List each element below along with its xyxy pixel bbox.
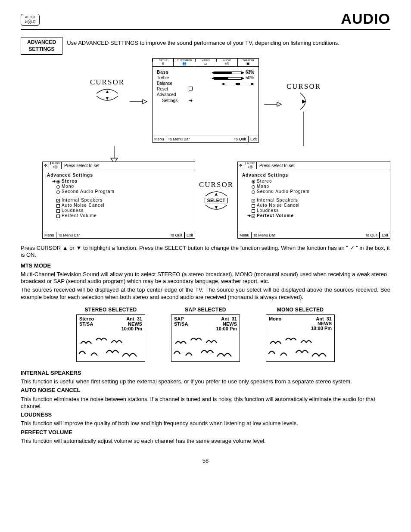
select-button: SELECT bbox=[205, 198, 228, 203]
adv-option: Loudness bbox=[247, 208, 386, 213]
arrow-right-icon: ➔ bbox=[189, 98, 193, 103]
checkbox-icon: ✓ bbox=[252, 199, 255, 202]
checkbox-icon bbox=[252, 204, 255, 208]
audio-header-icon: AUDIO ♪◎♫ bbox=[21, 14, 40, 26]
advanced-settings-box: ADVANCED SETTINGS bbox=[21, 37, 62, 55]
svg-text:▲: ▲ bbox=[214, 191, 219, 196]
mts-mode-heading: MTS MODE bbox=[21, 262, 390, 269]
adv-option: Mono bbox=[247, 184, 386, 189]
line-down-icon bbox=[303, 112, 304, 146]
svg-text:▶: ▶ bbox=[302, 98, 306, 104]
menu-footer: Menu To Menu Bar To Quit Exit bbox=[238, 232, 390, 238]
adv-option: ✓Internal Speakers bbox=[52, 198, 190, 202]
mts-paragraph-2: The sources received will be displayed a… bbox=[21, 286, 390, 301]
page-title: AUDIO bbox=[341, 10, 390, 27]
note-knob-icon: ♪◎♫ bbox=[24, 19, 36, 24]
cross-pad-icon: ✥ bbox=[238, 162, 244, 168]
mono-example-screen: MonoAnt 31 NEWS 10:00 Pm bbox=[266, 314, 335, 362]
radio-icon bbox=[252, 180, 255, 184]
perfect-volume-text: This function will automatically adjust … bbox=[21, 438, 390, 445]
adv-option: ➔✓Perfect Volume bbox=[247, 213, 386, 218]
tab-audio: AUDIO♪◎ bbox=[216, 59, 237, 67]
auto-noise-cancel-heading: AUTO NOISE CANCEL bbox=[21, 387, 390, 394]
adv-option: Auto Noise Cancel bbox=[247, 203, 386, 208]
internal-speakers-text: This function is useful when first setti… bbox=[21, 378, 390, 385]
eyelid-down-icon: ▼ bbox=[205, 204, 228, 211]
audio-tab-icon: AUDIO♪◎ bbox=[49, 162, 62, 169]
menu-footer: Menu To Menu Bar To Quit Exit bbox=[43, 232, 195, 238]
loudness-text: This function will improve the quality o… bbox=[21, 420, 390, 427]
cross-pad-icon: ✥ bbox=[43, 162, 49, 168]
checkbox-icon bbox=[56, 215, 60, 218]
radio-icon bbox=[252, 185, 255, 189]
cursor-label: CURSOR bbox=[286, 82, 321, 91]
menu-bass: Bass bbox=[157, 69, 189, 75]
internal-speakers-heading: INTERNAL SPEAKERS bbox=[21, 370, 390, 376]
svg-marker-3 bbox=[143, 100, 147, 104]
arrow-down-icon bbox=[109, 146, 119, 163]
checkbox-icon bbox=[56, 209, 60, 213]
radio-icon bbox=[252, 190, 255, 194]
advanced-settings-right-box: ✥ AUDIO♪◎ Press select to set Advanced S… bbox=[237, 162, 390, 239]
mts-paragraph-1: Multi-Channel Television Sound will allo… bbox=[21, 271, 390, 285]
cursor-right-block: CURSOR ▶ bbox=[286, 82, 321, 146]
svg-text:▼: ▼ bbox=[105, 96, 110, 101]
adv-option: Second Audio Program bbox=[247, 189, 386, 194]
eyelid-right-icon: ▶ bbox=[298, 92, 309, 111]
arrow-right-icon bbox=[264, 101, 281, 107]
birds-illustration-icon bbox=[77, 335, 145, 361]
birds-illustration-icon bbox=[171, 335, 240, 361]
press-select-prompt: Press select to set bbox=[62, 163, 195, 168]
birds-illustration-icon bbox=[266, 335, 334, 361]
cursor-instructions: Press CURSOR ▲ or ▼ to highlight a funct… bbox=[21, 245, 390, 259]
adv-option: ✓Internal Speakers bbox=[247, 198, 386, 202]
cursor-label: CURSOR bbox=[199, 180, 234, 189]
audio-tab-icon: AUDIO♪◎ bbox=[244, 162, 257, 169]
adv-option: Mono bbox=[52, 184, 190, 189]
mono-selected-title: MONO SELECTED bbox=[277, 307, 324, 313]
cursor-up-down-block: CURSOR ▲ ▼ bbox=[90, 78, 125, 102]
press-select-prompt: Press select to set bbox=[257, 163, 390, 168]
checkbox-icon bbox=[56, 204, 60, 208]
auto-noise-cancel-text: This function eliminates the noise betwe… bbox=[21, 396, 390, 410]
tab-customize: CUSTOMIZE👥 bbox=[174, 59, 195, 67]
eyelid-up-icon: ▲ bbox=[96, 87, 119, 94]
perfect-volume-heading: PERFECT VOLUME bbox=[21, 429, 390, 436]
selection-examples: STEREO SELECTED StereoAnt 31 ST/SANEWS 1… bbox=[21, 307, 390, 362]
menu-footer: Menu To Menu Bar To Quit Exit bbox=[153, 136, 258, 142]
menu-treble: Treble bbox=[157, 75, 189, 81]
menu-balance: Balance bbox=[157, 81, 189, 86]
radio-icon bbox=[56, 185, 60, 189]
checkbox-icon bbox=[252, 209, 255, 213]
advanced-settings-intro: Use ADVANCED SETTINGS to improve the sou… bbox=[67, 37, 339, 46]
page-number: 58 bbox=[21, 457, 390, 464]
menu-advanced: Advanced bbox=[157, 92, 189, 97]
tab-setup: SETUP⊕ bbox=[153, 59, 174, 67]
adv-option: ➔Stereo bbox=[52, 179, 190, 184]
adv-option: Stereo bbox=[247, 179, 386, 184]
menu-reset: Reset bbox=[157, 86, 189, 92]
radio-icon bbox=[56, 180, 60, 184]
adv-option: Second Audio Program bbox=[52, 189, 190, 194]
svg-text:▼: ▼ bbox=[214, 205, 219, 210]
eyelid-down-icon: ▼ bbox=[96, 95, 119, 102]
radio-icon bbox=[56, 190, 60, 194]
checkbox-icon: ✓ bbox=[56, 199, 60, 202]
menu-tabs: SETUP⊕ CUSTOMIZE👥 VIDEO▭ AUDIO♪◎ THEATER… bbox=[153, 59, 258, 67]
cursor-label: CURSOR bbox=[90, 78, 125, 87]
tab-video: VIDEO▭ bbox=[195, 59, 216, 67]
adv-option: Auto Noise Cancel bbox=[52, 203, 190, 208]
cursor-select-block: CURSOR ▲ SELECT ▼ bbox=[199, 180, 234, 211]
sap-selected-title: SAP SELECTED bbox=[185, 307, 226, 313]
stereo-selected-title: STEREO SELECTED bbox=[84, 307, 137, 313]
loudness-heading: LOUDNESS bbox=[21, 411, 390, 418]
eyelid-up-icon: ▲ bbox=[205, 190, 228, 197]
svg-marker-5 bbox=[277, 102, 281, 106]
tab-theater: THEATER▣ bbox=[238, 59, 258, 67]
svg-text:▲: ▲ bbox=[105, 89, 110, 94]
advanced-settings-left-box: ✥ AUDIO♪◎ Press select to set Advanced S… bbox=[42, 162, 195, 239]
checkbox-icon: ✓ bbox=[252, 215, 255, 218]
title-divider bbox=[21, 29, 390, 30]
adv-option: Loudness bbox=[52, 208, 190, 213]
arrow-right-icon bbox=[130, 99, 147, 105]
